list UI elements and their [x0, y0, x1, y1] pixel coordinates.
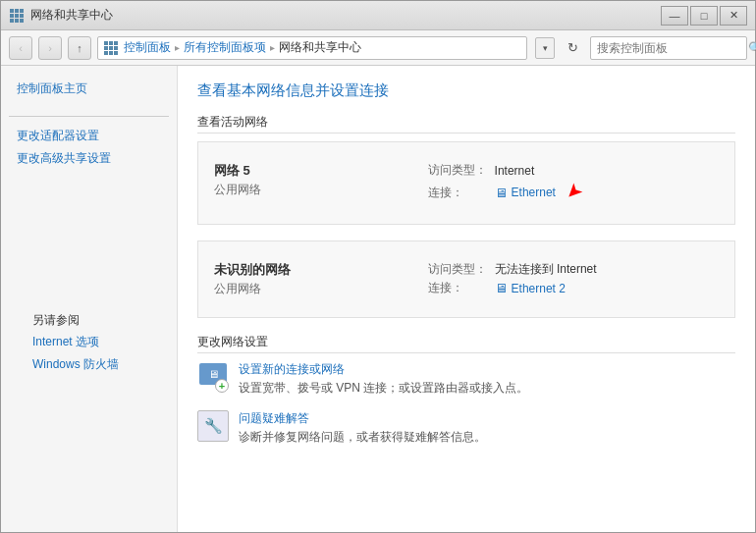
app-icon [9, 8, 25, 24]
connection-monitor-icon: 🖥 [208, 368, 219, 380]
title-bar: 网络和共享中心 — □ ✕ [1, 1, 755, 30]
network2-access-value: 无法连接到 Internet [495, 261, 719, 278]
new-connection-text: 设置新的连接或网络 设置宽带、拨号或 VPN 连接；或设置路由器或接入点。 [239, 361, 528, 397]
troubleshoot-link[interactable]: 问题疑难解答 [239, 410, 486, 427]
search-box: 🔍 [590, 36, 747, 60]
sidebar-also-see: 另请参阅 Internet 选项 Windows 防火墙 [1, 308, 177, 376]
network2-type: 公用网络 [214, 281, 408, 297]
new-connection-desc: 设置宽带、拨号或 VPN 连接；或设置路由器或接入点。 [239, 381, 528, 395]
network2-conn-text[interactable]: Ethernet 2 [512, 282, 566, 295]
sidebar-internet-options[interactable]: Internet 选项 [17, 331, 161, 353]
change-settings-header: 更改网络设置 [197, 334, 735, 353]
title-bar-buttons: — □ ✕ [661, 6, 747, 26]
troubleshoot-desc: 诊断并修复网络问题，或者获得疑难解答信息。 [239, 430, 486, 444]
sidebar-firewall[interactable]: Windows 防火墙 [17, 353, 161, 376]
plus-sign-icon: + [215, 379, 229, 393]
main-area: 控制面板主页 更改适配器设置 更改高级共享设置 另请参阅 Internet 选项… [1, 66, 755, 532]
search-icon: 🔍 [748, 41, 756, 55]
new-connection-icon-container: 🖥 + [197, 361, 229, 393]
forward-button[interactable]: › [38, 36, 62, 60]
breadcrumb-sep-2: ▸ [270, 42, 275, 53]
sidebar-links-section: 更改适配器设置 更改高级共享设置 [1, 125, 177, 170]
network2-row: 未识别的网络 公用网络 访问类型： 无法连接到 Internet 连接： 🖥 E… [214, 253, 719, 305]
page-title: 查看基本网络信息并设置连接 [197, 81, 735, 100]
network1-section: 网络 5 公用网络 访问类型： Internet 连接： 🖥 Ethernet … [197, 141, 735, 225]
network1-conn-icon: 🖥 [495, 186, 508, 200]
network2-access-label: 访问类型： [428, 261, 487, 278]
breadcrumb-icon [104, 41, 118, 55]
sidebar-main-section: 控制面板主页 [1, 78, 177, 100]
network1-type: 公用网络 [214, 182, 408, 198]
sidebar-home-link[interactable]: 控制面板主页 [1, 78, 177, 100]
sidebar-sharing-link[interactable]: 更改高级共享设置 [1, 147, 177, 170]
network2-access: 访问类型： 无法连接到 Internet 连接： 🖥 Ethernet 2 [428, 261, 719, 296]
troubleshoot-icon: 🔧 [197, 410, 229, 442]
network2-conn-icon: 🖥 [495, 281, 508, 295]
network1-access-value: Internet [495, 164, 719, 178]
maximize-button[interactable]: □ [690, 6, 718, 26]
breadcrumb-dropdown[interactable]: ▾ [535, 37, 555, 59]
red-arrow-annotation: ➤ [560, 179, 588, 207]
sidebar: 控制面板主页 更改适配器设置 更改高级共享设置 另请参阅 Internet 选项… [1, 66, 178, 532]
breadcrumb-controlpanel[interactable]: 控制面板 [124, 39, 171, 56]
network1-access-label: 访问类型： [428, 162, 487, 179]
network1-conn-label: 连接： [428, 185, 487, 201]
network2-conn-link[interactable]: 🖥 Ethernet 2 [495, 281, 719, 295]
breadcrumb-bar: 控制面板 ▸ 所有控制面板项 ▸ 网络和共享中心 [97, 36, 527, 60]
breadcrumb-allpanels[interactable]: 所有控制面板项 [184, 39, 266, 56]
main-window: 网络和共享中心 — □ ✕ ‹ › ↑ 控制面板 ▸ 所有控制面板项 ▸ 网络和… [0, 0, 756, 533]
wrench-icon: 🔧 [204, 417, 223, 435]
network2-info: 未识别的网络 公用网络 [214, 261, 408, 297]
network1-access: 访问类型： Internet 连接： 🖥 Ethernet ➤ [428, 162, 719, 204]
title-bar-left: 网络和共享中心 [9, 7, 113, 24]
network1-row: 网络 5 公用网络 访问类型： Internet 连接： 🖥 Ethernet … [214, 154, 719, 212]
active-networks-header: 查看活动网络 [197, 114, 735, 133]
change-settings-section: 更改网络设置 🖥 + 设置新的连接或网络 设置宽带、拨号或 VPN 连接； [197, 334, 735, 446]
new-connection-icon: 🖥 + [197, 361, 229, 393]
network2-conn-label: 连接： [428, 280, 487, 296]
network1-name: 网络 5 [214, 162, 408, 180]
breadcrumb-sep-1: ▸ [175, 42, 180, 53]
new-connection-link[interactable]: 设置新的连接或网络 [239, 361, 528, 378]
search-input[interactable] [597, 41, 744, 55]
sidebar-divider-1 [9, 116, 169, 117]
network2-name: 未识别的网络 [214, 261, 408, 279]
troubleshoot-icon-container: 🔧 [197, 410, 229, 442]
network1-conn-link[interactable]: 🖥 Ethernet ➤ [495, 181, 719, 204]
network2-section: 未识别的网络 公用网络 访问类型： 无法连接到 Internet 连接： 🖥 E… [197, 240, 735, 318]
content-area: 查看基本网络信息并设置连接 查看活动网络 网络 5 公用网络 访问类型： Int… [178, 66, 755, 532]
network1-info: 网络 5 公用网络 [214, 162, 408, 198]
close-button[interactable]: ✕ [720, 6, 747, 26]
troubleshoot-item: 🔧 问题疑难解答 诊断并修复网络问题，或者获得疑难解答信息。 [197, 410, 735, 446]
breadcrumb-current: 网络和共享中心 [279, 39, 361, 56]
address-bar: ‹ › ↑ 控制面板 ▸ 所有控制面板项 ▸ 网络和共享中心 ▾ ↻ 🔍 [1, 30, 755, 66]
back-button[interactable]: ‹ [9, 36, 32, 60]
new-connection-item: 🖥 + 设置新的连接或网络 设置宽带、拨号或 VPN 连接；或设置路由器或接入点… [197, 361, 735, 397]
up-button[interactable]: ↑ [68, 36, 91, 60]
refresh-button[interactable]: ↻ [561, 36, 584, 60]
window-title: 网络和共享中心 [30, 7, 113, 24]
network1-conn-text[interactable]: Ethernet [512, 186, 556, 199]
sidebar-also-see-title: 另请参阅 [17, 308, 161, 331]
sidebar-adapter-link[interactable]: 更改适配器设置 [1, 125, 177, 147]
minimize-button[interactable]: — [661, 6, 688, 26]
network-grid-icon [10, 9, 24, 23]
troubleshoot-text: 问题疑难解答 诊断并修复网络问题，或者获得疑难解答信息。 [239, 410, 486, 446]
